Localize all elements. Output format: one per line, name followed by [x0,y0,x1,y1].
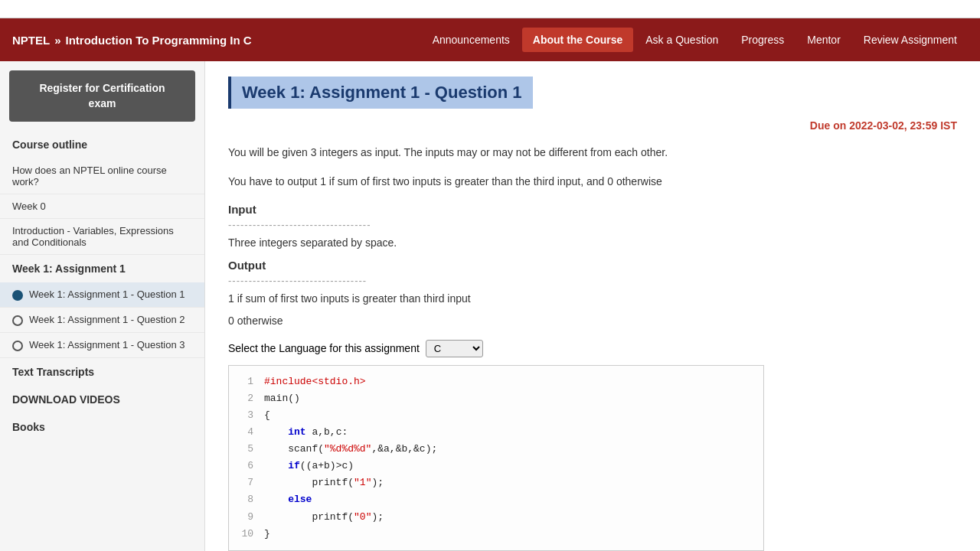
due-date: Due on 2022-03-02, 23:59 IST [228,119,957,132]
radio-q2 [12,315,23,326]
course-outline[interactable]: Course outline [0,131,204,158]
cert-button[interactable]: Register for Certificationexam [9,70,195,122]
code-text-6: if((a+b)>c) [264,458,354,474]
sidebar-item-intro[interactable]: Introduction - Variables, Expressions an… [0,219,204,255]
code-text-10: } [264,526,270,543]
nav-progress[interactable]: Progress [730,28,795,52]
sidebar: Register for Certificationexam Course ou… [0,61,205,551]
sidebar-item-label: Introduction - Variables, Expressions an… [12,225,192,248]
sidebar-text-transcripts[interactable]: Text Transcripts [0,358,204,386]
nav-bar: NPTEL » Introduction To Programming In C… [0,18,980,61]
lang-select[interactable]: C C++ Java Python [426,340,483,357]
sidebar-item-label: Week 1: Assignment 1 - Question 1 [29,289,185,300]
code-text-4: int a,b,c: [264,424,348,441]
output-label: Output [228,259,957,272]
line-num-7: 7 [240,474,253,491]
sidebar-item-week0[interactable]: Week 0 [0,194,204,219]
code-line-1: 1 #include<stdio.h> [240,373,753,390]
code-text-9: printf("0"); [264,509,384,526]
question-title: Week 1: Assignment 1 - Question 1 [228,77,533,109]
code-line-10: 10 } [240,526,753,543]
main-layout: Register for Certificationexam Course ou… [0,61,980,551]
input-text: Three integers separated by space. [228,235,957,251]
line-num-3: 3 [240,407,253,424]
brand-arrow: » [54,34,60,47]
lang-selector-row: Select the Language for this assignment … [228,340,957,357]
line-num-8: 8 [240,491,253,508]
code-line-5: 5 scanf("%d%d%d",&a,&b,&c); [240,441,753,458]
nav-announcements[interactable]: Announcements [422,28,521,52]
sidebar-download-videos[interactable]: DOWNLOAD VIDEOS [0,386,204,413]
code-text-8: else [264,491,312,508]
line-num-9: 9 [240,509,253,526]
line-num-5: 5 [240,441,253,458]
radio-q3 [12,341,23,351]
radio-q1 [12,290,23,301]
line-num-6: 6 [240,458,253,474]
nav-links: Announcements About the Course Ask a Que… [422,28,968,52]
nav-ask-question[interactable]: Ask a Question [635,28,729,52]
code-text-5: scanf("%d%d%d",&a,&b,&c); [264,441,437,458]
code-line-9: 9 printf("0"); [240,509,753,526]
code-text-3: { [264,407,270,424]
code-line-7: 7 printf("1"); [240,474,753,491]
nav-brand: NPTEL » Introduction To Programming In C [12,34,252,47]
line-num-1: 1 [240,373,253,390]
output-divider: ---------------------------------- [228,275,957,286]
sidebar-week1-assignment1[interactable]: Week 1: Assignment 1 [0,255,204,282]
sidebar-books[interactable]: Books [0,413,204,441]
sidebar-item-label: Week 1: Assignment 1 - Question 2 [29,314,185,325]
code-block: 1 #include<stdio.h> 2 main() 3 { 4 int a… [228,365,764,551]
output-text-2: 0 otherwise [228,313,957,329]
sidebar-item-q2[interactable]: Week 1: Assignment 1 - Question 2 [0,308,204,333]
sidebar-item-label: Week 1: Assignment 1 - Question 3 [29,339,185,350]
code-line-4: 4 int a,b,c: [240,424,753,441]
input-label: Input [228,203,957,216]
description-1: You will be given 3 integers as input. T… [228,144,957,161]
course-name: Introduction To Programming In C [66,34,252,47]
line-num-4: 4 [240,424,253,441]
sidebar-item-q3[interactable]: Week 1: Assignment 1 - Question 3 [0,333,204,358]
sidebar-item-how-nptel[interactable]: How does an NPTEL online course work? [0,158,204,194]
input-divider: ----------------------------------- [228,219,957,230]
lang-selector-label: Select the Language for this assignment [228,342,420,354]
nav-mentor[interactable]: Mentor [796,28,851,52]
line-num-10: 10 [240,526,253,543]
line-num-2: 2 [240,390,253,407]
brand-name: NPTEL [12,34,50,47]
description-2: You have to output 1 if sum of first two… [228,173,957,190]
nav-about-course[interactable]: About the Course [522,28,633,52]
sidebar-item-label: Week 0 [12,201,46,212]
top-header [0,0,980,18]
code-line-2: 2 main() [240,390,753,407]
sidebar-item-label: How does an NPTEL online course work? [12,165,192,187]
code-line-6: 6 if((a+b)>c) [240,458,753,474]
code-text-2: main() [264,390,300,407]
code-line-3: 3 { [240,407,753,424]
nav-review-assignment[interactable]: Review Assignment [853,28,968,52]
output-text-1: 1 if sum of first two inputs is greater … [228,291,957,307]
sidebar-item-q1[interactable]: Week 1: Assignment 1 - Question 1 [0,282,204,308]
main-content: Week 1: Assignment 1 - Question 1 Due on… [205,61,980,551]
code-line-8: 8 else [240,491,753,508]
code-text-1: #include<stdio.h> [264,373,366,390]
code-text-7: printf("1"); [264,474,384,491]
